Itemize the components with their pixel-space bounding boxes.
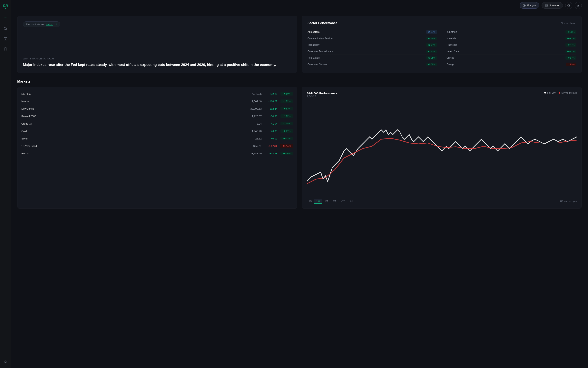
for-you-button[interactable]: For you bbox=[520, 2, 539, 9]
market-price: 1,920.07 bbox=[246, 115, 262, 118]
sector-name: Real Estate bbox=[308, 56, 320, 59]
chart-card: S&P 500 Performance 4,049.25 S&P 500Movi… bbox=[302, 87, 582, 209]
market-row[interactable]: Nasdaq11,509.40+116.07+1.02% bbox=[18, 98, 297, 105]
sector-header: Sector Performance % price change bbox=[308, 21, 576, 25]
sector-name: Communication Services bbox=[308, 37, 334, 40]
sector-badge: +0.67% bbox=[565, 37, 576, 40]
sector-row[interactable]: Industrials+0.73% bbox=[446, 29, 576, 35]
market-price: 23.82 bbox=[246, 137, 262, 140]
market-price: 1,945.20 bbox=[246, 130, 262, 133]
market-pct-badge: +1.02% bbox=[280, 100, 293, 103]
sector-name: Industrials bbox=[446, 31, 457, 33]
badge-prefix: The markets are bbox=[26, 23, 45, 26]
market-row[interactable]: Gold1,945.20+6.00+0.31% bbox=[18, 127, 297, 135]
sector-name: Materials bbox=[446, 37, 456, 40]
sector-row[interactable]: Materials+0.67% bbox=[446, 35, 576, 42]
time-tab[interactable]: 1D bbox=[307, 199, 314, 204]
export-button[interactable] bbox=[575, 2, 582, 9]
sector-badge: +1.08% bbox=[426, 56, 437, 60]
sector-name: Utilities bbox=[446, 56, 454, 59]
legend-item: S&P 500 bbox=[544, 92, 555, 94]
sector-row[interactable]: Consumer Staples+0.80% bbox=[308, 61, 437, 67]
sectors-grid: All sectors+1.07%Communication Services+… bbox=[308, 29, 576, 67]
time-tab[interactable]: 1M bbox=[323, 199, 330, 204]
markets-row: S&P 5004,049.25+32.25+0.80%Nasdaq11,509.… bbox=[17, 87, 582, 209]
sidebar-home-icon[interactable] bbox=[3, 16, 8, 21]
arrow-up-icon: ↗ bbox=[55, 23, 57, 26]
sector-row[interactable]: Health Care+0.41% bbox=[446, 48, 576, 55]
main-content: For you Screener bbox=[11, 0, 588, 368]
market-row[interactable]: Dow Jones33,899.53+182.44+0.53% bbox=[18, 105, 297, 112]
market-status: US markets open bbox=[560, 200, 577, 202]
time-tab[interactable]: 1W bbox=[314, 199, 322, 204]
sector-row[interactable]: Real Estate+1.08% bbox=[308, 55, 437, 61]
markets-section: Markets S&P 5004,049.25+32.25+0.80%Nasda… bbox=[17, 79, 582, 209]
chart-title: S&P 500 Performance bbox=[307, 92, 337, 95]
market-name: Silver bbox=[21, 137, 243, 140]
market-row[interactable]: Crude Oil78.94+1.04+1.34% bbox=[18, 120, 297, 127]
sector-name: Consumer Staples bbox=[308, 63, 327, 66]
sidebar-book-icon[interactable] bbox=[3, 36, 8, 42]
market-name: Bitcoin bbox=[21, 152, 243, 155]
sector-row[interactable]: Utilities+0.17% bbox=[446, 55, 576, 61]
search-button[interactable] bbox=[565, 2, 572, 9]
time-tab[interactable]: 3M bbox=[331, 199, 338, 204]
market-price: 4,049.25 bbox=[246, 92, 262, 95]
market-pct-badge: -0.6759% bbox=[280, 144, 293, 148]
what-happening-label: What's happening today bbox=[23, 57, 292, 60]
screener-label: Screener bbox=[549, 4, 560, 7]
market-name: S&P 500 bbox=[21, 92, 243, 95]
sidebar-search-icon[interactable] bbox=[3, 26, 8, 31]
legend-label: S&P 500 bbox=[547, 92, 555, 94]
sector-name: Technology bbox=[308, 44, 320, 46]
market-row[interactable]: Russell 20001,920.07+34.38+1.82% bbox=[18, 112, 297, 120]
sector-badge: +2.64% bbox=[426, 43, 437, 47]
page-content: The markets are bullish ↗ What's happeni… bbox=[11, 11, 588, 368]
for-you-label: For you bbox=[527, 4, 536, 7]
market-pct-badge: +0.37% bbox=[280, 137, 293, 140]
market-price: 11,509.40 bbox=[246, 100, 262, 103]
card-bottom: What's happening today Major indexes ros… bbox=[23, 57, 292, 67]
market-pct-badge: +0.80% bbox=[280, 92, 293, 96]
sector-row[interactable]: Financials+0.44% bbox=[446, 42, 576, 48]
bullish-badge[interactable]: The markets are bullish ↗ bbox=[23, 21, 60, 27]
legend-dot bbox=[559, 92, 560, 93]
sector-badge: +0.41% bbox=[565, 50, 576, 53]
market-row[interactable]: S&P 5004,049.25+32.25+0.80% bbox=[18, 90, 297, 98]
screener-button[interactable]: Screener bbox=[542, 2, 563, 9]
market-change: +14.38 bbox=[265, 152, 277, 155]
logo bbox=[2, 3, 9, 9]
sidebar-bookmark-icon[interactable] bbox=[3, 46, 8, 52]
markets-table-card: S&P 5004,049.25+32.25+0.80%Nasdaq11,509.… bbox=[17, 87, 297, 209]
sector-badge: +5.30% bbox=[426, 37, 437, 40]
sidebar-user-icon[interactable] bbox=[3, 359, 8, 365]
market-pct-badge: +0.06% bbox=[280, 152, 293, 155]
sector-row[interactable]: Communication Services+5.30% bbox=[308, 35, 437, 42]
sector-row[interactable]: Technology+2.64% bbox=[308, 42, 437, 48]
sector-row[interactable]: Consumer Discretionary+2.27% bbox=[308, 48, 437, 55]
sector-performance-card: Sector Performance % price change All se… bbox=[302, 16, 582, 73]
market-price: 33,899.53 bbox=[246, 107, 262, 110]
chart-header: S&P 500 Performance 4,049.25 S&P 500Movi… bbox=[307, 92, 577, 101]
market-name: Russell 2000 bbox=[21, 115, 243, 118]
market-pct-badge: +0.31% bbox=[280, 129, 293, 133]
market-change: +116.07 bbox=[265, 100, 277, 103]
market-row[interactable]: Bitcoin23,141.90+14.38+0.06% bbox=[18, 150, 297, 157]
sector-row[interactable]: Energy-1.89% bbox=[446, 61, 576, 67]
market-row[interactable]: 10-Year Bond3.5270-0.0240-0.6759% bbox=[18, 142, 297, 150]
market-change: +1.04 bbox=[265, 122, 277, 125]
sector-badge: +0.44% bbox=[565, 43, 576, 47]
sector-row[interactable]: All sectors+1.07% bbox=[308, 29, 437, 35]
chart-area bbox=[307, 101, 577, 196]
market-price: 23,141.90 bbox=[246, 152, 262, 155]
market-change: +6.00 bbox=[265, 130, 277, 133]
sidebar bbox=[0, 0, 11, 368]
time-tab[interactable]: All bbox=[348, 199, 355, 204]
sector-name: Health Care bbox=[446, 50, 459, 53]
time-tab[interactable]: YTD bbox=[339, 199, 347, 204]
chart-footer: 1D1W1M3MYTDAll US markets open bbox=[307, 199, 577, 204]
chart-title-group: S&P 500 Performance 4,049.25 bbox=[307, 92, 337, 101]
sector-badge: +2.27% bbox=[426, 50, 437, 53]
market-change: +34.38 bbox=[265, 115, 277, 118]
market-row[interactable]: Silver23.82+0.09+0.37% bbox=[18, 135, 297, 142]
